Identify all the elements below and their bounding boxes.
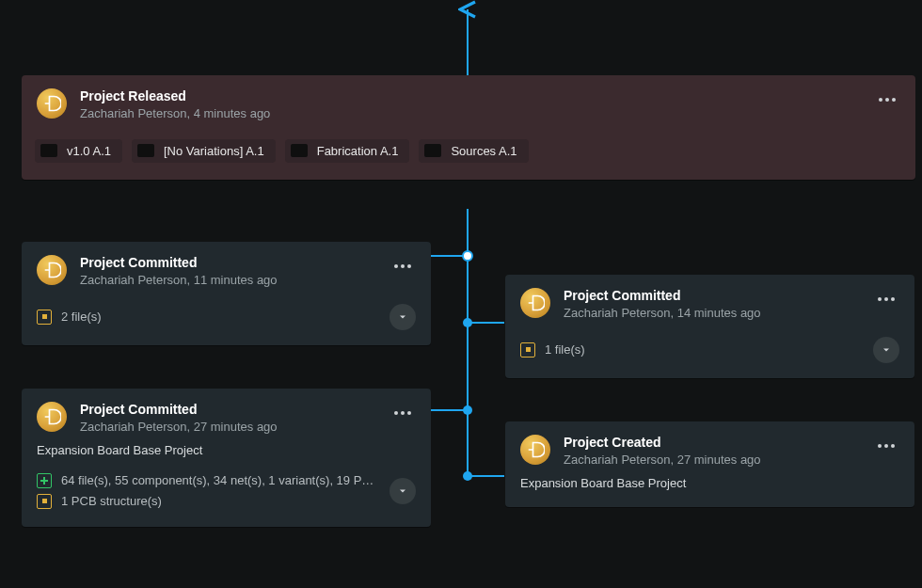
card-description: Expansion Board Base Project (505, 467, 914, 507)
card-project-created: Project Created Zachariah Peterson, 27 m… (505, 421, 914, 507)
avatar (520, 435, 550, 465)
card-project-released: Project Released Zachariah Peterson, 4 m… (22, 75, 915, 180)
card-project-committed: Project Committed Zachariah Peterson, 11… (22, 242, 431, 345)
svg-point-9 (463, 471, 472, 481)
card-subtitle: Zachariah Peterson, 27 minutes ago (80, 420, 389, 434)
modified-icon (37, 310, 52, 325)
chip-swatch-icon (137, 144, 154, 157)
change-line: 1 file(s) (520, 340, 864, 360)
change-line: 1 PCB structure(s) (37, 491, 380, 512)
more-menu-button[interactable] (874, 90, 900, 109)
card-subtitle: Zachariah Peterson, 14 minutes ago (564, 306, 873, 320)
svg-point-6 (463, 251, 472, 261)
release-chip[interactable]: [No Variations] A.1 (132, 139, 276, 163)
card-title: Project Committed (80, 255, 389, 271)
added-icon (37, 473, 52, 488)
card-title: Project Released (80, 88, 874, 104)
chip-swatch-icon (40, 144, 57, 157)
card-title: Project Committed (80, 402, 389, 418)
chip-swatch-icon (291, 144, 308, 157)
card-description: Expansion Board Base Project (22, 434, 431, 470)
more-menu-button[interactable] (389, 404, 416, 422)
expand-button[interactable] (873, 337, 899, 363)
release-chip[interactable]: Sources A.1 (419, 139, 528, 163)
chip-swatch-icon (424, 144, 441, 157)
card-subtitle: Zachariah Peterson, 27 minutes ago (564, 453, 873, 467)
change-line: 2 file(s) (37, 307, 380, 327)
card-project-committed: Project Committed Zachariah Peterson, 27… (22, 389, 431, 527)
expand-button[interactable] (389, 478, 416, 504)
avatar (37, 402, 67, 432)
modified-icon (37, 494, 52, 509)
more-menu-button[interactable] (873, 437, 899, 455)
avatar (37, 255, 67, 285)
release-chip[interactable]: Fabrication A.1 (285, 139, 410, 163)
card-title: Project Created (564, 435, 873, 451)
avatar (520, 288, 550, 318)
card-project-committed: Project Committed Zachariah Peterson, 14… (505, 275, 914, 378)
more-menu-button[interactable] (389, 257, 416, 276)
svg-point-8 (463, 405, 472, 415)
expand-button[interactable] (389, 304, 416, 330)
more-menu-button[interactable] (873, 290, 899, 309)
card-subtitle: Zachariah Peterson, 11 minutes ago (80, 273, 389, 287)
avatar (37, 88, 67, 119)
card-subtitle: Zachariah Peterson, 4 minutes ago (80, 106, 874, 120)
modified-icon (520, 342, 535, 358)
release-chip-row: v1.0 A.1 [No Variations] A.1 Fabrication… (22, 120, 915, 180)
card-title: Project Committed (564, 288, 873, 304)
svg-point-7 (463, 318, 472, 327)
change-line: 64 file(s), 55 component(s), 34 net(s), … (37, 470, 380, 491)
release-chip[interactable]: v1.0 A.1 (35, 139, 122, 163)
